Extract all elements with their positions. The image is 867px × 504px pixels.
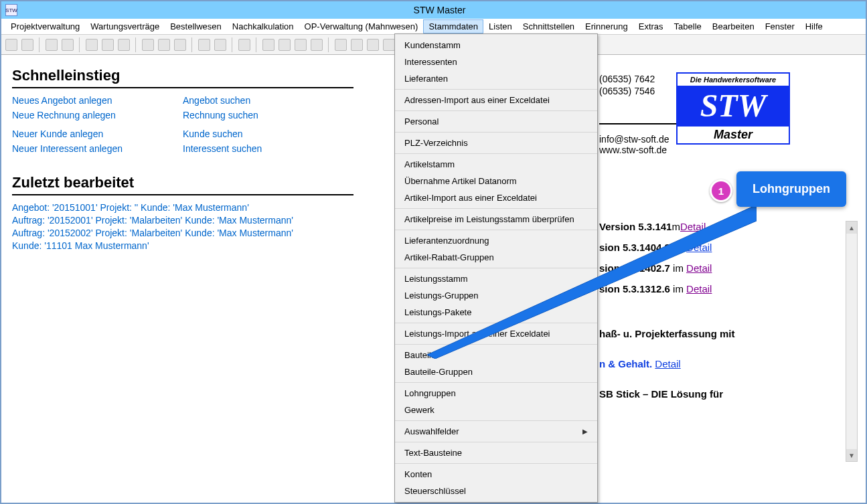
titlebar: STW STW Master	[1, 1, 866, 19]
toolbar-button[interactable]	[118, 39, 130, 51]
menu-erinnerung[interactable]: Erinnerung	[580, 19, 633, 33]
recent-item[interactable]: Auftrag: '20152001' Projekt: 'Malarbeite…	[12, 215, 374, 226]
toolbar-button[interactable]	[86, 39, 98, 51]
logo-sub: Master	[678, 127, 789, 143]
toolbar-button[interactable]	[46, 39, 58, 51]
misc-text: n & Gehalt.	[599, 358, 655, 369]
version-text: sion 5.3.1402.7	[599, 262, 670, 274]
logo: Die Handwerkersoftware STW Master	[676, 72, 790, 145]
quick-link[interactable]: Neuer Kunde anlegen	[12, 129, 183, 139]
toolbar-button[interactable]	[5, 39, 17, 51]
scrollbar[interactable]: ▲ ▼	[846, 221, 858, 462]
toolbar-button[interactable]	[142, 39, 154, 51]
quick-link[interactable]: Neue Rechnung anlegen	[12, 110, 183, 120]
menuitem-lieferantenzuordnung[interactable]: Lieferantenzuordnung	[395, 232, 597, 249]
menuitem-artikelpreise-im-leistungsstamm-berpr-fen[interactable]: Artikelpreise im Leistungsstamm überprüf…	[395, 211, 597, 228]
toolbar-button[interactable]	[279, 39, 291, 51]
toolbar-button[interactable]	[295, 39, 307, 51]
toolbar-button[interactable]	[158, 39, 170, 51]
quick-link[interactable]: Neuer Interessent anlegen	[12, 143, 183, 154]
recent-item[interactable]: Auftrag: '20152002' Projekt: 'Malarbeite…	[12, 228, 374, 238]
menuitem-text-bausteine[interactable]: Text-Bausteine	[395, 444, 597, 461]
quick-link[interactable]: Interessent suchen	[183, 143, 353, 154]
quick-link[interactable]: Rechnung suchen	[183, 110, 353, 120]
menuitem-personal[interactable]: Personal	[395, 113, 597, 130]
menuitem-lohngruppen[interactable]: Lohngruppen	[395, 385, 597, 402]
app-icon: STW	[5, 4, 17, 16]
quick-link[interactable]: Neues Angebot anlegen	[12, 95, 183, 106]
menu-schnittstellen[interactable]: Schnittstellen	[518, 19, 580, 33]
menuitem-auswahlfelder-[interactable]: Auswahlfelder▶	[395, 423, 597, 440]
stammdaten-menu[interactable]: KundenstammInteressentenLieferantenAdres…	[394, 33, 598, 503]
logo-tagline: Die Handwerkersoftware	[678, 74, 789, 86]
toolbar-button[interactable]	[198, 39, 210, 51]
version-text: Version 5.3.141	[599, 221, 672, 232]
menuitem-kundenstamm[interactable]: Kundenstamm	[395, 37, 597, 54]
toolbar-button[interactable]	[383, 39, 395, 51]
toolbar-button[interactable]	[367, 39, 379, 51]
scroll-up-icon[interactable]: ▲	[846, 222, 857, 234]
menuitem--bernahme-artikel-datanorm[interactable]: Übernahme Artikel Datanorm	[395, 173, 597, 189]
detail-link[interactable]: Detail	[686, 283, 712, 295]
menuitem-bauteile[interactable]: Bauteile	[395, 347, 597, 363]
toolbar-button[interactable]	[62, 39, 74, 51]
menu-tabelle[interactable]: Tabelle	[669, 19, 707, 33]
toolbar-button[interactable]	[102, 39, 114, 51]
detail-link[interactable]: Detail	[686, 262, 712, 274]
quick-link[interactable]: Angebot suchen	[183, 95, 353, 106]
toolbar-button[interactable]	[262, 39, 274, 51]
menuitem-leistungs-pakete[interactable]: Leistungs-Pakete	[395, 304, 597, 321]
menu-wartungsvertr-ge[interactable]: Wartungsverträge	[85, 19, 165, 33]
detail-link[interactable]: Detail	[686, 242, 712, 253]
web: www.stw-soft.de	[599, 145, 669, 155]
menu-op-verwaltung-mahnwesen-[interactable]: OP-Verwaltung (Mahnwesen)	[299, 19, 424, 33]
recent-list: Angebot: '20151001' Projekt: '' Kunde: '…	[12, 202, 374, 251]
menuitem-interessenten[interactable]: Interessenten	[395, 54, 597, 70]
toolbar-button[interactable]	[335, 39, 347, 51]
toolbar-button[interactable]	[351, 39, 363, 51]
detail-link[interactable]: Detail	[680, 221, 706, 232]
menuitem-plz-verzeichnis[interactable]: PLZ-Verzeichnis	[395, 135, 597, 151]
menu-stammdaten[interactable]: Stammdaten	[423, 19, 483, 33]
menuitem-leistungsstamm[interactable]: Leistungsstamm	[395, 270, 597, 287]
menu-bestellwesen[interactable]: Bestellwesen	[165, 19, 227, 33]
recent-item[interactable]: Angebot: '20151001' Projekt: '' Kunde: '…	[12, 202, 374, 213]
scroll-down-icon[interactable]: ▼	[846, 449, 857, 461]
logo-brand: STW	[678, 86, 789, 127]
toolbar-button[interactable]	[238, 39, 250, 51]
menubar: ProjektverwaltungWartungsverträgeBestell…	[1, 19, 866, 35]
menu-nachkalkulation[interactable]: Nachkalkulation	[227, 19, 299, 33]
quick-link[interactable]: Kunde suchen	[183, 129, 353, 139]
misc-list: haß- u. Projekterfassung mitn & Gehalt. …	[599, 328, 735, 418]
recent-title: Zuletzt bearbeitet	[12, 174, 374, 191]
toolbar-button[interactable]	[214, 39, 226, 51]
menu-fenster[interactable]: Fenster	[760, 19, 800, 33]
menuitem-steuerschl-ssel[interactable]: Steuerschlüssel	[395, 483, 597, 499]
menuitem-artikel-import-aus-einer-exceldatei[interactable]: Artikel-Import aus einer Exceldatei	[395, 189, 597, 206]
menuitem-leistungs-gruppen[interactable]: Leistungs-Gruppen	[395, 287, 597, 304]
menuitem-konten[interactable]: Konten	[395, 466, 597, 483]
menuitem-artikelstamm[interactable]: Artikelstamm	[395, 156, 597, 173]
email: info@stw-soft.de	[599, 134, 669, 145]
menuitem-artikel-rabatt-gruppen[interactable]: Artikel-Rabatt-Gruppen	[395, 249, 597, 266]
recent-item[interactable]: Kunde: '11101 Max Mustermann'	[12, 240, 374, 251]
version-text: sion 5.3.1312.6	[599, 283, 670, 295]
menuitem-bauteile-gruppen[interactable]: Bauteile-Gruppen	[395, 363, 597, 380]
menuitem-gewerk[interactable]: Gewerk	[395, 402, 597, 418]
phone1: (06535) 7642	[599, 74, 686, 84]
menuitem-adressen-import-aus-einer-exceldatei[interactable]: Adressen-Import aus einer Exceldatei	[395, 92, 597, 108]
info-block: (06535) 7642 (06535) 7546	[599, 74, 686, 98]
menu-listen[interactable]: Listen	[483, 19, 518, 33]
menu-extras[interactable]: Extras	[633, 19, 669, 33]
callout-number: 1	[710, 179, 732, 202]
menu-bearbeiten[interactable]: Bearbeiten	[707, 19, 760, 33]
menu-projektverwaltung[interactable]: Projektverwaltung	[5, 19, 85, 33]
submenu-arrow-icon: ▶	[582, 428, 588, 435]
toolbar-button[interactable]	[174, 39, 186, 51]
menuitem-leistungs-import-aus-einer-exceldatei[interactable]: Leistungs-Import aus einer Exceldatei	[395, 325, 597, 342]
toolbar-button[interactable]	[21, 39, 33, 51]
detail-link[interactable]: Detail	[655, 358, 680, 369]
menu-hilfe[interactable]: Hilfe	[800, 19, 828, 33]
menuitem-lieferanten[interactable]: Lieferanten	[395, 70, 597, 87]
toolbar-button[interactable]	[311, 39, 323, 51]
